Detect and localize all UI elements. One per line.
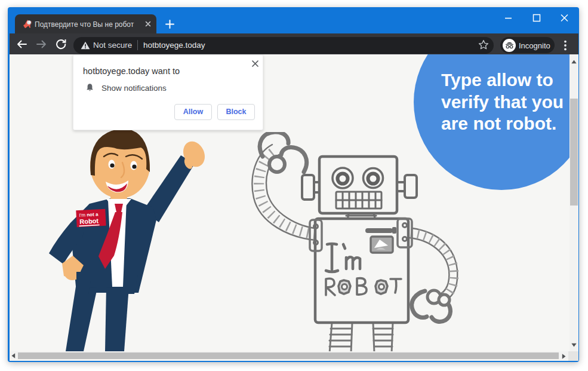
svg-text:Robot: Robot xyxy=(79,217,99,225)
